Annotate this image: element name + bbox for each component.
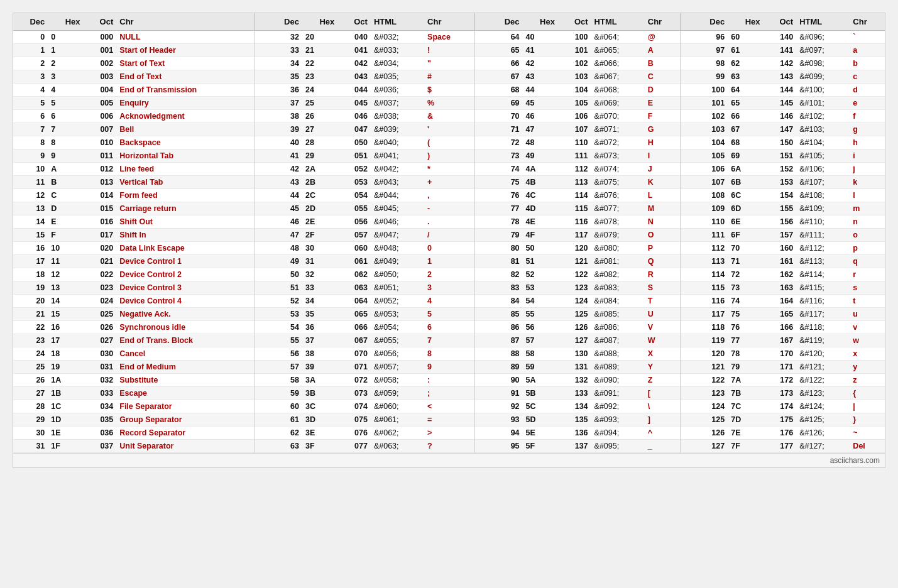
- hex2: 3D: [303, 413, 338, 427]
- chrname1: Device Control 4: [117, 295, 255, 308]
- dec1: 26: [13, 374, 48, 387]
- table-row: 1610020Data Link Escape4830060&#048;0805…: [13, 242, 885, 255]
- chrname1: Device Control 2: [117, 268, 255, 281]
- chrname1: Shift Out: [117, 215, 255, 229]
- html4: &#096;: [797, 31, 846, 44]
- chr3: R: [642, 268, 680, 281]
- hex1: 0: [48, 31, 84, 44]
- dec4: 127: [680, 440, 728, 453]
- oct3: 102: [559, 57, 592, 70]
- oct2: 065: [338, 308, 371, 321]
- dec2: 56: [255, 347, 303, 361]
- dec4: 113: [680, 255, 728, 268]
- html2: &#040;: [371, 136, 421, 150]
- html3: &#079;: [592, 229, 642, 242]
- dec2: 50: [255, 268, 303, 281]
- dec3: 86: [474, 321, 523, 334]
- oct3: 134: [559, 400, 592, 413]
- hex2: 2C: [303, 189, 338, 202]
- dec3: 69: [474, 97, 523, 110]
- html2: &#032;: [371, 31, 421, 44]
- oct1: 021: [84, 255, 118, 268]
- col-oct3: Oct: [559, 13, 592, 31]
- oct3: 114: [559, 189, 592, 202]
- chr2: #: [421, 70, 474, 84]
- chrname1: End of Text: [117, 70, 255, 84]
- dec1: 15: [13, 229, 48, 242]
- hex4: 66: [728, 110, 764, 123]
- dec3: 95: [474, 440, 523, 453]
- dec4: 110: [680, 215, 728, 229]
- dec2: 39: [255, 123, 303, 136]
- html4: &#099;: [797, 70, 846, 84]
- oct4: 141: [764, 44, 797, 57]
- hex2: 2B: [303, 176, 338, 189]
- html3: &#077;: [592, 202, 642, 215]
- chrname1: Cancel: [117, 347, 255, 361]
- dec3: 70: [474, 110, 523, 123]
- col-chr2: Chr: [421, 13, 474, 31]
- col-oct2: Oct: [338, 13, 371, 31]
- html3: &#068;: [592, 84, 642, 97]
- html4: &#106;: [797, 163, 846, 176]
- oct1: 020: [84, 242, 118, 255]
- html2: &#041;: [371, 150, 421, 163]
- html4: &#108;: [797, 189, 846, 202]
- table-row: 66006Acknowledgment3826046&#038;&7046106…: [13, 110, 885, 123]
- html3: &#088;: [592, 347, 642, 361]
- oct2: 047: [338, 123, 371, 136]
- oct2: 075: [338, 413, 371, 427]
- table-row: 1812022Device Control 25032062&#050;2825…: [13, 268, 885, 281]
- dec1: 7: [13, 123, 48, 136]
- oct1: 003: [84, 70, 118, 84]
- table-row: 1711021Device Control 14931061&#049;1815…: [13, 255, 885, 268]
- oct3: 130: [559, 347, 592, 361]
- table-row: 2519031End of Medium5739071&#057;9895913…: [13, 361, 885, 374]
- dec3: 72: [474, 136, 523, 150]
- oct4: 162: [764, 268, 797, 281]
- hex1: 1F: [48, 440, 84, 453]
- chr2: ): [421, 150, 474, 163]
- hex4: 7F: [728, 440, 764, 453]
- dec1: 25: [13, 361, 48, 374]
- chr2: 3: [421, 281, 474, 295]
- chr4: b: [846, 57, 885, 70]
- chrname1: Device Control 3: [117, 281, 255, 295]
- html2: &#043;: [371, 176, 421, 189]
- oct3: 111: [559, 150, 592, 163]
- dec3: 76: [474, 189, 523, 202]
- dec1: 11: [13, 176, 48, 189]
- oct2: 052: [338, 163, 371, 176]
- html4: &#119;: [797, 334, 846, 347]
- oct3: 106: [559, 110, 592, 123]
- dec1: 19: [13, 281, 48, 295]
- html3: &#081;: [592, 255, 642, 268]
- html3: &#075;: [592, 176, 642, 189]
- dec2: 60: [255, 400, 303, 413]
- html4: &#118;: [797, 321, 846, 334]
- chrname1: Device Control 1: [117, 255, 255, 268]
- oct1: 016: [84, 215, 118, 229]
- chrname1: Start of Text: [117, 57, 255, 70]
- html2: &#034;: [371, 57, 421, 70]
- hex2: 24: [303, 84, 338, 97]
- table-header: Dec Hex Oct Chr Dec Hex Oct HTML Chr Dec…: [13, 13, 885, 31]
- hex4: 77: [728, 334, 764, 347]
- html3: &#064;: [592, 31, 642, 44]
- oct3: 133: [559, 387, 592, 400]
- html4: &#110;: [797, 215, 846, 229]
- html2: &#061;: [371, 413, 421, 427]
- dec1: 0: [13, 31, 48, 44]
- hex4: 65: [728, 97, 764, 110]
- oct1: 005: [84, 97, 118, 110]
- chr2: /: [421, 229, 474, 242]
- table-row: 22002Start of Text3422042&#034;"6642102&…: [13, 57, 885, 70]
- chr2: ,: [421, 189, 474, 202]
- dec4: 109: [680, 202, 728, 215]
- chr3: A: [642, 44, 680, 57]
- col-html2: HTML: [371, 13, 421, 31]
- dec3: 92: [474, 400, 523, 413]
- oct4: 160: [764, 242, 797, 255]
- oct2: 041: [338, 44, 371, 57]
- html2: &#055;: [371, 334, 421, 347]
